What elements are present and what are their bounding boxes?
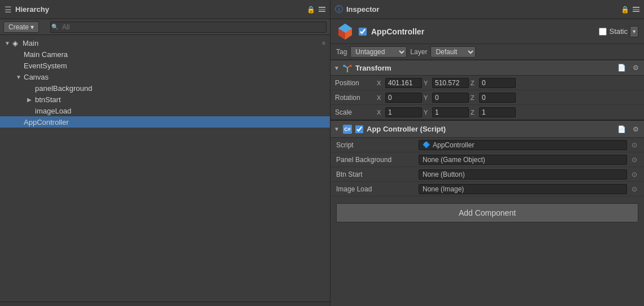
script-value-icon: 🔷 [423, 141, 430, 149]
position-x-label: X [377, 80, 384, 86]
hierarchy-item-label-event-system: EventSystem [24, 62, 67, 70]
image-load-reset-btn[interactable]: ⊙ [630, 185, 638, 193]
script-enabled-checkbox[interactable] [355, 125, 363, 133]
hierarchy-item-image-load[interactable]: imageLoad [0, 105, 330, 116]
hierarchy-item-label-app-controller: AppController [24, 118, 69, 126]
inspector-info-icon: ⓘ [335, 5, 343, 15]
object-enabled-checkbox[interactable] [359, 28, 367, 36]
script-section-header[interactable]: ▼ C# App Controller (Script) 📄 ⚙ [330, 120, 644, 138]
transform-book-icon[interactable]: 📄 [616, 63, 628, 72]
hierarchy-content: ▼ ◈ Main ≡ Main Camera EventSystem ▼ Can… [0, 35, 330, 301]
hierarchy-bottom-bar [0, 301, 330, 306]
btn-start-value: None (Button) [419, 169, 627, 180]
panel-bg-value-text: None (Game Object) [423, 156, 485, 164]
hierarchy-item-label-image-load: imageLoad [35, 107, 71, 115]
hierarchy-item-label-canvas: Canvas [24, 73, 49, 81]
search-icon: 🔍 [51, 24, 58, 30]
hierarchy-item-main[interactable]: ▼ ◈ Main ≡ [0, 37, 330, 49]
hierarchy-item-label-panel-bg: panelBackground [35, 84, 92, 93]
btn-start-reset-btn[interactable]: ⊙ [630, 171, 638, 178]
inspector-title: Inspector [346, 5, 380, 14]
hierarchy-header: ☰ Hierarchy 🔒 [0, 0, 330, 19]
layer-dropdown[interactable]: Default [430, 46, 476, 58]
static-label: Static [609, 27, 628, 36]
static-checkbox[interactable] [599, 28, 607, 36]
position-y-label: Y [424, 80, 430, 86]
script-gear-icon[interactable]: ⚙ [631, 125, 641, 134]
rotation-row: Rotation X Y Z [330, 90, 644, 105]
scale-row: Scale X Y Z [330, 105, 644, 120]
arrow-app-controller [16, 119, 23, 125]
position-inputs: X Y Z [377, 78, 639, 88]
scale-inputs: X Y Z [377, 107, 639, 117]
unity-logo-icon: ◈ [12, 39, 20, 47]
add-component-button[interactable]: Add Component [336, 203, 638, 222]
script-reset-btn[interactable]: ⊙ [630, 141, 638, 149]
inspector-header: ⓘ Inspector 🔒 [330, 0, 644, 19]
scale-z-label: Z [471, 109, 477, 116]
main-menu-icon: ≡ [322, 40, 325, 46]
tag-dropdown[interactable]: Untagged [350, 46, 407, 58]
hierarchy-search-input[interactable] [50, 21, 327, 33]
rotation-z-input[interactable] [479, 93, 516, 103]
scale-z-input[interactable] [479, 107, 516, 117]
position-y-input[interactable] [432, 78, 469, 88]
inspector-lock-icon[interactable]: 🔒 [621, 6, 629, 14]
create-button[interactable]: Create ▾ [3, 21, 39, 33]
script-property-row: Script 🔷 AppController ⊙ [330, 138, 644, 152]
arrow-event-system [16, 63, 23, 69]
position-x-input[interactable] [385, 78, 422, 88]
transform-section-header[interactable]: ▼ Transform 📄 ⚙ [330, 60, 644, 76]
hierarchy-panel: ☰ Hierarchy 🔒 Create ▾ 🔍 ▼ ◈ Main ≡ Main… [0, 0, 330, 306]
btn-start-value-text: None (Button) [423, 171, 465, 178]
rotation-label: Rotation [335, 94, 375, 102]
inspector-content: AppController Static ▾ Tag Untagged Laye… [330, 19, 644, 306]
script-enabled-label[interactable] [355, 125, 363, 133]
position-row: Position X Y Z [330, 76, 644, 90]
script-book-icon[interactable]: 📄 [616, 125, 628, 134]
script-value-text: AppController [433, 141, 474, 149]
svg-marker-10 [346, 72, 349, 72]
scale-label: Scale [335, 108, 375, 116]
transform-icon [343, 63, 352, 72]
rotation-z-label: Z [471, 94, 477, 101]
hierarchy-item-label-main-camera: Main Camera [24, 50, 68, 59]
inspector-menu-icon[interactable] [633, 7, 639, 12]
hierarchy-item-event-system[interactable]: EventSystem [0, 60, 330, 71]
static-row: Static ▾ [599, 26, 638, 37]
hierarchy-item-main-camera[interactable]: Main Camera [0, 49, 330, 60]
image-load-value-text: None (Image) [423, 185, 464, 193]
transform-arrow: ▼ [334, 65, 340, 71]
position-z-input[interactable] [479, 78, 516, 88]
arrow-canvas: ▼ [16, 74, 23, 80]
hierarchy-menu-icon[interactable] [319, 7, 325, 12]
arrow-image-load [27, 108, 34, 114]
hierarchy-item-btn-start[interactable]: ▶ btnStart [0, 94, 330, 105]
transform-title: Transform [355, 64, 612, 72]
panel-bg-value: None (Game Object) [419, 155, 627, 165]
rotation-y-input[interactable] [432, 93, 469, 103]
hierarchy-item-app-controller[interactable]: AppController [0, 116, 330, 128]
panel-bg-label: Panel Background [336, 156, 415, 164]
object-name: AppController [371, 27, 594, 36]
transform-gear-icon[interactable]: ⚙ [631, 63, 641, 72]
script-arrow: ▼ [334, 126, 340, 132]
tag-label: Tag [336, 48, 347, 56]
panel-bg-reset-btn[interactable]: ⊙ [630, 156, 638, 164]
create-dropdown-arrow: ▾ [31, 23, 34, 31]
hierarchy-item-panel-background[interactable]: panelBackground [0, 82, 330, 94]
hierarchy-item-canvas[interactable]: ▼ Canvas [0, 71, 330, 82]
position-z-label: Z [471, 80, 477, 86]
scale-y-input[interactable] [432, 107, 469, 117]
image-load-value: None (Image) [419, 184, 627, 194]
object-enabled-checkbox-label[interactable] [359, 28, 367, 36]
arrow-panel-bg [27, 85, 34, 91]
scale-x-input[interactable] [385, 107, 422, 117]
script-property-label: Script [336, 141, 415, 149]
script-component-title: App Controller (Script) [367, 125, 612, 133]
hierarchy-lock-icon[interactable]: 🔒 [307, 6, 315, 14]
inspector-panel: ⓘ Inspector 🔒 AppController Static [330, 0, 644, 306]
hierarchy-title: Hierarchy [15, 5, 49, 14]
rotation-x-input[interactable] [385, 93, 422, 103]
static-dropdown-btn[interactable]: ▾ [630, 26, 638, 37]
